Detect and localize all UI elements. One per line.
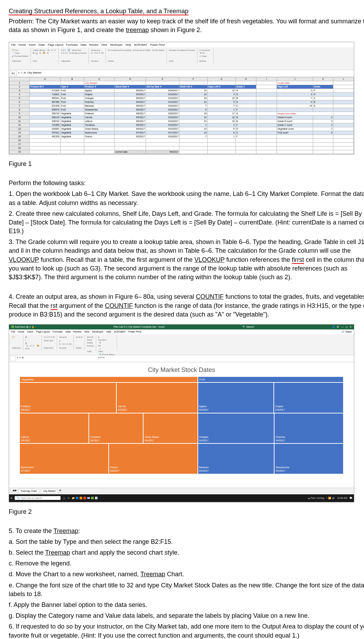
styles-group: ⊞ Conditional Formatting ⊞ Format as Tab… — [106, 48, 167, 63]
task-6: 6. If requested to do so by your instruc… — [9, 622, 364, 639]
category-fruit: Fruit — [198, 376, 344, 382]
font-size-select[interactable]: 26 — [47, 49, 50, 51]
tab-developer[interactable]: Developer — [110, 43, 123, 47]
tab-draw[interactable]: Draw — [38, 43, 45, 47]
figure-2: 🟢 AutoSave ⏻ ▢ 🔒 · Plan Lab 6-1 City Mar… — [9, 324, 364, 502]
tab-formulas-2[interactable]: Formulas — [53, 330, 63, 334]
tasks-header: Perform the following tasks: — [9, 179, 364, 188]
sheet-tabs: ◀ ▶ Treemap Chart City Market ⊕ — [9, 488, 354, 494]
tab-help[interactable]: Help — [125, 43, 131, 47]
task-4: 4. Create an output area, as shown in Fi… — [9, 292, 364, 319]
document-title: Creating Structured References, a Lookup… — [9, 7, 364, 16]
number-format-select[interactable]: General — [91, 49, 98, 51]
treemap-cell: Bananas9/9/2017 — [198, 443, 274, 474]
windows-taskbar: ⊞ 🔍 Type here to search ◯ ⊡ 📁 🟦 🟧 🟥 📧 🟩 … — [9, 494, 354, 502]
alignment-group: ≡ ≡ ≡ 🔄 Wrap Text≡ ≡ ≡ ≡ ⊞ Merge & Cente… — [59, 48, 89, 63]
tab-developer-2[interactable]: Developer — [92, 330, 103, 334]
taskbar-search[interactable]: 🔍 Type here to search — [15, 496, 61, 500]
cortana-icon[interactable]: ⊡ — [68, 496, 70, 500]
treemap-cell: Green Beans9/4/2017 — [143, 413, 198, 444]
start-button[interactable]: ⊞ — [10, 496, 13, 500]
tab-home[interactable]: Home — [18, 43, 26, 47]
editing-group: Σ AutoSum ·⬇ Fill ·◇ Clear · Editing — [198, 48, 214, 63]
tab-acrobat-2[interactable]: ACROBAT — [114, 330, 125, 334]
task-5b: b. Select the Treemap chart and apply th… — [9, 548, 364, 557]
figure-2-label: Figure 2 — [9, 508, 364, 516]
tab-help-2[interactable]: Help — [106, 330, 111, 334]
task-5e: e. Change the font size of the chart tit… — [9, 581, 364, 599]
tab-review[interactable]: Review — [89, 43, 98, 47]
task-5-header: 5. To create the treemap: — [9, 527, 364, 535]
tab-formulas[interactable]: Formulas — [66, 43, 78, 47]
tab-pagelayout-2[interactable]: Page Layout — [36, 330, 49, 334]
cells-group: ⊞ Insert ⊞ Delete ⊞ Format Cells — [167, 48, 198, 63]
figure-1: File Home Insert Draw Page Layout Formul… — [9, 42, 364, 154]
chart-title: City Market Stock Dates — [20, 366, 343, 374]
formula-bar-2: × ✓ fx — [9, 355, 354, 362]
ribbon-tabs: File Home Insert Draw Page Layout Formul… — [9, 42, 354, 47]
tab-home-2[interactable]: Home — [18, 330, 24, 334]
category-vegetable: Vegetable — [20, 376, 198, 382]
task-3: 3. The Grade column will require you to … — [9, 238, 364, 282]
tab-file[interactable]: File — [11, 43, 16, 47]
task-5a: a. Sort the table by Type and then selec… — [9, 538, 364, 546]
treemap-cell: Strawberries9/5/2017 — [274, 443, 343, 474]
task-view-icon[interactable]: ◯ — [63, 496, 65, 500]
formula-bar: A1 × ✓ fx City Market — [9, 70, 354, 77]
tab-powerpivot-2[interactable]: Power Pivot — [128, 330, 141, 334]
treemap-cell: Apples9/5/2017 — [198, 382, 274, 413]
font-name-select[interactable]: Calibri (Body) — [33, 49, 45, 51]
tab-data[interactable]: Data — [80, 43, 86, 47]
sheet-tab-citymarket[interactable]: City Market — [41, 489, 58, 494]
task-5d: d. Move the Chart to a new worksheet, na… — [9, 570, 364, 579]
window-titlebar: 🟢 AutoSave ⏻ ▢ 🔒 · Plan Lab 6-1 City Mar… — [9, 325, 354, 329]
treemap-chart[interactable]: City Market Stock Dates Vegetable Potato… — [9, 362, 354, 488]
share-button[interactable]: 🔗 Share — [341, 330, 352, 334]
treemap-cell: Mushrooms9/7/2017 — [20, 443, 109, 474]
treemap-cell: Carrots9/5/2017 — [116, 382, 198, 413]
tab-review-2[interactable]: Review — [73, 330, 82, 334]
tab-powerpivot[interactable]: Power Pivot — [150, 43, 165, 47]
treemap-cell: Tomatoes9/9/2017 — [89, 413, 143, 444]
task-2: 2. Create three new calculated columns, … — [9, 210, 364, 236]
sheet-tab-treemap[interactable]: Treemap Chart — [18, 489, 39, 494]
treemap-cell: Potatoes9/8/2017 — [20, 382, 116, 413]
task-5c: c. Remove the legend. — [9, 559, 364, 568]
task-5f: f. Apply the Banner label option to the … — [9, 601, 364, 609]
treemap-cell: Peaches9/4/2017 — [274, 413, 343, 444]
tab-view[interactable]: View — [101, 43, 107, 47]
name-box[interactable]: A1 — [10, 71, 17, 76]
tab-pagelayout[interactable]: Page Layout — [48, 43, 63, 47]
worksheet[interactable]: ABCDEFGHIJKL1City MarketGrade Table2Prod… — [9, 77, 354, 154]
tab-data-2[interactable]: Data — [65, 330, 71, 334]
tab-acrobat[interactable]: ACROBAT — [134, 43, 147, 47]
clipboard-group: 📋 Cut📄 Copy🖌 Format Painter Clipboard — [10, 48, 31, 63]
tab-view-2[interactable]: View — [84, 330, 90, 334]
ribbon: 📋 Cut📄 Copy🖌 Format Painter Clipboard Ca… — [9, 47, 354, 70]
font-group: Calibri (Body) · 26 · A˄ A˅B I U · ⊞ · 🎨… — [31, 48, 59, 63]
treemap-cell: Lettuce9/6/2017 — [20, 413, 89, 444]
tab-insert[interactable]: Insert — [29, 43, 36, 47]
number-group: General ▾$ - % 9 .0 .00 Number — [89, 48, 106, 63]
add-sheet-button[interactable]: ⊕ — [59, 489, 61, 494]
problem-statement: Problem: The City Market wants an easier… — [9, 17, 364, 35]
task-5g: g. Display the Category name and Value d… — [9, 611, 364, 620]
formula-input[interactable]: City Market — [27, 71, 41, 76]
ribbon-2: 📋Clipboard B I U · ⊞ · A˄ A˅ · 🎨Font ≡ ≡… — [9, 334, 354, 355]
task-1: 1. Open the workbook Lab 6–1 City Market… — [9, 190, 364, 207]
tab-insert-2[interactable]: Insert — [27, 330, 33, 334]
figure-1-label: Figure 1 — [9, 160, 364, 168]
ribbon-tabs-2: File Home Insert Page Layout Formulas Da… — [9, 329, 354, 334]
treemap-cell: Onions9/3/2017 — [109, 443, 198, 474]
tab-file-2[interactable]: File — [11, 330, 15, 334]
treemap-link: treemap — [126, 26, 149, 33]
treemap-cell: Oranges9/9/2017 — [198, 413, 274, 444]
treemap-cell: Grapes9/3/2017 — [274, 382, 343, 413]
